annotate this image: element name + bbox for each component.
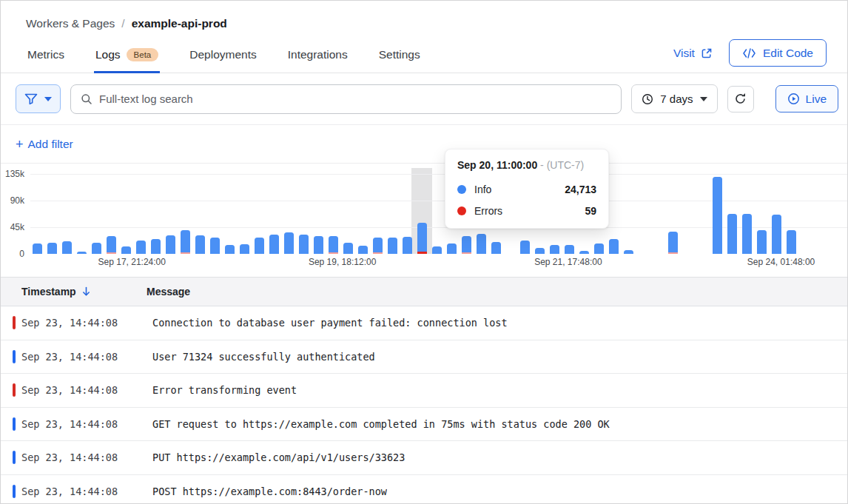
tab-settings[interactable]: Settings (377, 41, 422, 73)
chart-bar-info (668, 232, 678, 252)
chart-slot[interactable] (740, 174, 755, 254)
chart-slot[interactable] (119, 174, 134, 254)
gridline (30, 227, 847, 228)
chart-slot[interactable] (636, 174, 651, 254)
log-row[interactable]: Sep 23, 14:44:08PUT https://example.com/… (1, 441, 847, 475)
chart-slot[interactable] (813, 174, 828, 254)
filter-button[interactable] (16, 84, 61, 113)
chart-slot[interactable] (238, 174, 252, 254)
chart-bar-info (62, 241, 72, 254)
tab-metrics[interactable]: Metrics (26, 41, 66, 73)
log-row[interactable]: Sep 23, 14:44:08User 71324 successfully … (1, 340, 847, 374)
time-range-button[interactable]: 7 days (631, 84, 717, 113)
chart-slot[interactable] (30, 174, 45, 254)
chart-slot[interactable] (414, 174, 429, 254)
refresh-button[interactable] (727, 86, 754, 112)
chart-slot[interactable] (164, 174, 178, 254)
chart-slot[interactable] (252, 174, 267, 254)
timestamp-column-header[interactable]: Timestamp (1, 286, 147, 298)
chart-bar-info (550, 245, 559, 254)
chart-slot[interactable] (622, 174, 636, 254)
code-icon (742, 48, 756, 58)
chart-bar-info (358, 246, 368, 254)
log-row[interactable]: Sep 23, 14:44:08POST https://example.com… (1, 475, 847, 504)
chart-bar-info (535, 248, 545, 254)
chart-slot[interactable] (710, 174, 725, 254)
tabs: MetricsLogsBetaDeploymentsIntegrationsSe… (26, 41, 450, 73)
chart-slot[interactable] (798, 174, 813, 254)
chart-slot[interactable] (178, 174, 193, 254)
log-row[interactable]: Sep 23, 14:44:08Connection to database u… (1, 306, 847, 340)
chart-slot[interactable] (651, 174, 666, 254)
tab-label: Integrations (288, 48, 348, 61)
chart-slot[interactable] (45, 174, 60, 254)
chart-slot[interactable] (681, 174, 696, 254)
live-button[interactable]: Live (775, 85, 838, 112)
timestamp-header-label: Timestamp (21, 286, 76, 298)
message-column-header[interactable]: Message (147, 286, 847, 298)
x-axis-label: Sep 19, 18:12:00 (309, 257, 376, 267)
edit-code-button[interactable]: Edit Code (729, 39, 827, 67)
tooltip-separator: - (540, 159, 544, 171)
filter-funnel-icon (24, 93, 38, 105)
chart-slot[interactable] (208, 174, 223, 254)
chart-slot[interactable] (104, 174, 119, 254)
time-range-label: 7 days (660, 93, 693, 105)
log-volume-chart[interactable]: 135k90k45k0 Sep 17, 21:24:00Sep 19, 18:1… (1, 164, 847, 277)
y-axis-label: 45k (1, 222, 24, 232)
log-message: Connection to database user_payment fail… (152, 317, 508, 329)
chart-slot[interactable] (828, 174, 843, 254)
breadcrumb: Workers & Pages / example-api-prod (1, 1, 847, 32)
chart-x-axis: Sep 17, 21:24:00Sep 19, 18:12:00Sep 21, … (30, 257, 843, 272)
chart-slot[interactable] (223, 174, 238, 254)
add-filter-button[interactable]: + Add filter (16, 138, 73, 151)
chart-bar-info (772, 215, 781, 254)
chart-slot[interactable] (666, 174, 681, 254)
log-timestamp: Sep 23, 14:44:08 (21, 317, 152, 329)
chart-slot[interactable] (267, 174, 282, 254)
chart-slot[interactable] (296, 174, 311, 254)
chart-slot[interactable] (326, 174, 340, 254)
chart-slot[interactable] (149, 174, 164, 254)
search-input[interactable] (99, 93, 611, 105)
table-body: Sep 23, 14:44:08Connection to database u… (1, 306, 847, 504)
chart-bar-info (491, 242, 501, 254)
log-row[interactable]: Sep 23, 14:44:08Error transforming event (1, 374, 847, 408)
chart-slot[interactable] (193, 174, 208, 254)
chart-bar-info (47, 243, 57, 254)
chart-slot[interactable] (90, 174, 104, 254)
chart-slot[interactable] (429, 174, 444, 254)
tooltip-timezone: (UTC-7) (547, 159, 585, 171)
chart-slot[interactable] (60, 174, 75, 254)
tab-integrations[interactable]: Integrations (286, 41, 349, 73)
visit-link[interactable]: Visit (673, 47, 713, 60)
clock-icon (642, 93, 653, 105)
tab-deployments[interactable]: Deployments (188, 41, 258, 73)
log-row[interactable]: Sep 23, 14:44:08GET request to https://e… (1, 408, 847, 442)
chart-slot[interactable] (784, 174, 798, 254)
chart-slot[interactable] (696, 174, 710, 254)
breadcrumb-section[interactable]: Workers & Pages (26, 17, 115, 30)
chart-plot-area: 135k90k45k0 (1, 174, 847, 254)
external-link-icon (701, 47, 713, 59)
tab-logs[interactable]: LogsBeta (94, 41, 160, 73)
chart-bar-info (195, 235, 205, 254)
chart-slot[interactable] (769, 174, 784, 254)
chart-bar-errors (181, 252, 190, 254)
chart-slot[interactable] (385, 174, 400, 254)
chart-slot[interactable] (340, 174, 355, 254)
tooltip-series-label: Info (474, 184, 491, 195)
plus-icon: + (16, 138, 24, 151)
chart-slot[interactable] (370, 174, 385, 254)
chart-slot[interactable] (725, 174, 740, 254)
chart-slot[interactable] (281, 174, 296, 254)
y-axis-label: 135k (1, 169, 24, 179)
chart-slot[interactable] (311, 174, 326, 254)
chart-bar-info (609, 239, 619, 254)
chart-bar-info (477, 234, 486, 254)
chart-slot[interactable] (355, 174, 370, 254)
chart-slot[interactable] (754, 174, 769, 254)
chart-slot[interactable] (134, 174, 149, 254)
visit-label: Visit (673, 47, 695, 60)
chart-slot[interactable] (75, 174, 90, 254)
